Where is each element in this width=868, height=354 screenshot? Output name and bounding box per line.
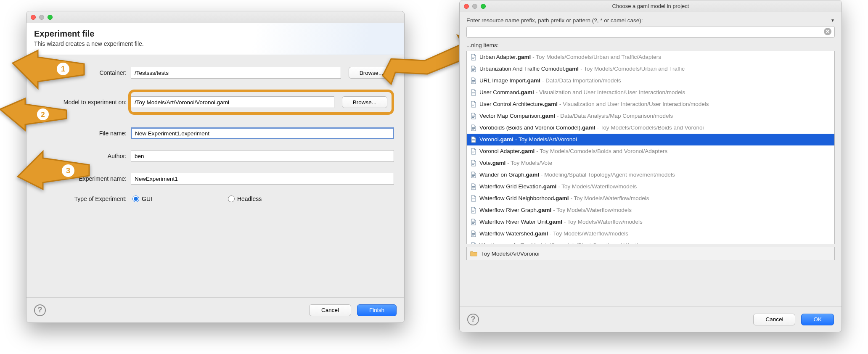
list-item[interactable]: Waterflow River Graph.gaml - Toy Models/… [467, 204, 834, 216]
svg-rect-12 [472, 70, 474, 71]
svg-rect-15 [472, 82, 474, 82]
wizard-banner: Experiment file This wizard creates a ne… [26, 23, 404, 55]
radio-headless[interactable]: Headless [228, 195, 262, 202]
model-input[interactable] [131, 96, 334, 108]
svg-rect-36 [472, 164, 474, 165]
svg-rect-34 [472, 163, 475, 163]
svg-rect-19 [472, 104, 475, 104]
list-item[interactable]: Waterflow Grid Elevation.gaml - Toy Mode… [467, 181, 834, 193]
svg-rect-16 [472, 92, 475, 92]
svg-rect-27 [472, 129, 474, 129]
search-prompt: Enter resource name prefix, path prefix … [466, 17, 643, 24]
list-item[interactable]: Voronoi.gaml - Toy Models/Art/Voronoi [467, 134, 834, 145]
svg-rect-43 [472, 198, 475, 198]
svg-rect-11 [472, 69, 475, 70]
cancel-button[interactable]: Cancel [753, 314, 795, 325]
container-browse-button[interactable]: Browse... [349, 67, 394, 79]
svg-rect-10 [472, 69, 475, 69]
list-item[interactable]: Vote.gaml - Toy Models/Vote [467, 157, 834, 169]
clear-icon[interactable]: ✕ [824, 28, 831, 35]
experiment-file-window: Experiment file This wizard creates a ne… [26, 11, 405, 323]
results-list[interactable]: Urban Adapter.gaml - Toy Models/Comodels… [466, 51, 835, 244]
svg-rect-17 [472, 93, 475, 93]
help-icon[interactable]: ? [467, 314, 479, 325]
container-input[interactable] [131, 67, 341, 79]
svg-rect-8 [472, 58, 475, 58]
close-icon[interactable] [31, 15, 36, 20]
svg-rect-48 [472, 211, 474, 212]
list-item[interactable]: Urbanization And Traffic Comodel.gaml - … [467, 63, 834, 75]
label-type: Type of Experiment: [37, 195, 131, 202]
svg-rect-30 [472, 141, 474, 141]
list-item[interactable]: User Command.gaml - Visualization and Us… [467, 87, 834, 98]
window-title: Choose a gaml model in project [460, 3, 842, 9]
matching-items-label: ...ning items: [460, 42, 842, 51]
svg-rect-40 [472, 186, 475, 187]
zoom-icon[interactable] [481, 4, 486, 9]
list-item[interactable]: Vector Map Comparison.gaml - Data/Data A… [467, 110, 834, 122]
model-browse-button[interactable]: Browse... [342, 96, 387, 108]
svg-rect-38 [472, 175, 475, 176]
list-item[interactable]: Waterflow River Water Unit.gaml - Toy Mo… [467, 216, 834, 228]
svg-rect-25 [472, 127, 475, 128]
expname-input[interactable] [131, 173, 394, 185]
svg-rect-29 [472, 140, 475, 140]
minimize-icon [472, 4, 477, 9]
search-input[interactable] [466, 26, 835, 38]
label-model: Model to experiment on: [37, 99, 131, 106]
list-item[interactable]: Weather.gaml - Toy Models/Comodels/Plant… [467, 240, 834, 244]
svg-rect-46 [472, 210, 475, 210]
radio-gui[interactable]: GUI [132, 195, 152, 202]
svg-rect-53 [472, 234, 475, 235]
svg-rect-24 [472, 117, 474, 118]
svg-rect-26 [472, 128, 475, 129]
list-item[interactable]: Voronoi Adapter.gaml - Toy Models/Comode… [467, 145, 834, 157]
svg-rect-18 [472, 94, 474, 94]
zoom-icon[interactable] [48, 15, 53, 20]
list-item[interactable]: Urban Adapter.gaml - Toy Models/Comodels… [467, 51, 834, 63]
svg-rect-45 [472, 200, 474, 200]
svg-rect-32 [472, 152, 475, 152]
label-author: Author: [37, 153, 131, 159]
svg-rect-7 [472, 57, 475, 57]
svg-rect-21 [472, 106, 474, 106]
dropdown-icon[interactable]: ▼ [831, 18, 835, 23]
ok-button[interactable]: OK [801, 314, 834, 325]
svg-rect-33 [472, 153, 474, 153]
svg-rect-35 [472, 164, 475, 164]
svg-rect-54 [472, 235, 474, 235]
titlebar: Choose a gaml model in project [460, 0, 842, 12]
radio-headless-label: Headless [237, 195, 262, 202]
svg-rect-50 [472, 222, 475, 223]
svg-rect-37 [472, 174, 475, 175]
label-expname: Experiment name: [37, 175, 131, 182]
svg-rect-20 [472, 105, 475, 105]
list-item[interactable]: Waterflow Watershed.gaml - Toy Models/Wa… [467, 228, 834, 240]
list-item[interactable]: Wander on Graph.gaml - Modeling/Spatial … [467, 169, 834, 181]
label-container: Container: [37, 69, 131, 76]
close-icon[interactable] [464, 4, 469, 9]
selected-path-bar: Toy Models/Art/Voronoi [466, 247, 835, 260]
svg-rect-31 [472, 151, 475, 151]
filename-input[interactable] [131, 127, 394, 139]
cancel-button[interactable]: Cancel [309, 304, 351, 316]
label-filename: File name: [37, 130, 131, 137]
list-item[interactable]: User Control Architecture.gaml - Visuali… [467, 98, 834, 110]
svg-rect-41 [472, 187, 475, 188]
folder-icon [470, 250, 478, 257]
finish-button[interactable]: Finish [357, 304, 397, 316]
svg-rect-44 [472, 199, 475, 199]
svg-rect-42 [472, 188, 474, 188]
svg-rect-47 [472, 211, 475, 211]
list-item[interactable]: URL Image Import.gaml - Data/Data Import… [467, 75, 834, 87]
svg-rect-14 [472, 81, 475, 82]
svg-rect-22 [472, 116, 475, 116]
list-item[interactable]: Waterflow Grid Neighborhood.gaml - Toy M… [467, 193, 834, 204]
svg-rect-23 [472, 116, 475, 117]
author-input[interactable] [131, 150, 394, 162]
selected-path-text: Toy Models/Art/Voronoi [481, 251, 540, 257]
choose-model-window: Choose a gaml model in project Enter res… [459, 0, 842, 332]
titlebar [26, 11, 404, 23]
list-item[interactable]: Voroboids (Boids and Voronoi Comodel).ga… [467, 122, 834, 134]
help-icon[interactable]: ? [34, 304, 46, 316]
